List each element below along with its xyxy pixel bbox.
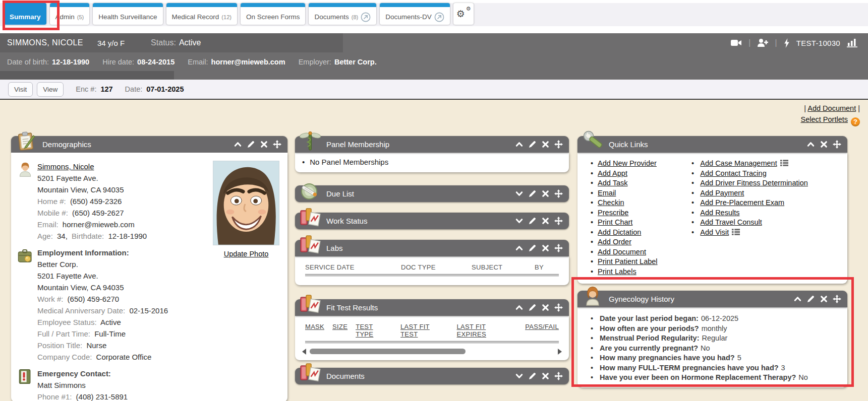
chart-tab[interactable]: Admin (5) (50, 3, 90, 25)
collapse-icon[interactable] (793, 295, 802, 303)
portlet-due-list: Due List (295, 185, 569, 202)
chart-tab[interactable]: On Screen Forms (241, 3, 306, 25)
open-in-window-icon[interactable] (361, 12, 371, 22)
quick-link[interactable]: Add Dictation (598, 228, 641, 236)
fit-test-column-header[interactable]: LAST FIT TEST (400, 323, 448, 338)
quick-link[interactable]: Print Labels (598, 268, 636, 276)
collapse-icon[interactable] (515, 244, 524, 252)
edit-icon[interactable] (528, 140, 537, 149)
edit-icon[interactable] (247, 140, 255, 149)
chart-book-icon (299, 294, 321, 316)
add-document-link[interactable]: Add Document (807, 104, 856, 112)
emergency-line: Phone #1: (408) 231-5891 (37, 391, 130, 401)
collapse-icon[interactable] (515, 303, 524, 312)
move-icon[interactable] (554, 217, 563, 225)
quick-link[interactable]: Add Pre-Placement Exam (700, 198, 784, 207)
close-icon[interactable] (541, 189, 550, 198)
edit-icon[interactable] (528, 244, 537, 252)
move-icon[interactable] (554, 140, 563, 149)
edit-icon[interactable] (528, 303, 537, 312)
close-icon[interactable] (541, 244, 550, 252)
close-icon[interactable] (541, 217, 550, 225)
quick-link[interactable]: Add Case Management (700, 159, 777, 167)
quick-link[interactable]: Add Appt (598, 169, 627, 177)
bar-chart-icon[interactable] (847, 38, 858, 47)
move-icon[interactable] (273, 140, 281, 149)
patient-status-value: Active (179, 38, 201, 47)
collapse-icon[interactable] (806, 140, 815, 149)
expand-icon[interactable] (515, 189, 524, 198)
move-icon[interactable] (833, 140, 841, 149)
expand-icon[interactable] (515, 217, 524, 225)
fit-test-column-header[interactable]: MASK (305, 323, 324, 338)
quick-link[interactable]: Add Payment (700, 189, 744, 197)
chart-tab[interactable]: Documents-DV (380, 3, 450, 25)
close-icon[interactable] (541, 140, 550, 149)
scrollbar-thumb[interactable] (310, 349, 466, 354)
quick-link[interactable]: Print Chart (598, 218, 632, 226)
quick-link[interactable]: Add Contact Tracing (700, 169, 766, 177)
quick-link[interactable]: Email (598, 189, 616, 197)
fit-test-column-header[interactable]: TEST TYPE (356, 323, 392, 338)
add-person-icon[interactable] (757, 38, 768, 47)
quick-link[interactable]: Add New Provider (598, 159, 657, 167)
edit-icon[interactable] (528, 217, 537, 225)
open-in-window-icon[interactable] (434, 12, 444, 22)
close-icon[interactable] (541, 303, 550, 312)
move-icon[interactable] (554, 372, 563, 380)
list-view-icon[interactable] (780, 160, 788, 166)
close-icon[interactable] (260, 140, 268, 149)
quick-link[interactable]: Add Driver Fitness Determination (700, 179, 808, 187)
edit-icon[interactable] (806, 295, 815, 303)
close-icon[interactable] (541, 372, 550, 380)
help-icon[interactable]: ? (851, 117, 860, 126)
chart-tab[interactable]: Health Surveillance (93, 3, 162, 25)
collapse-icon[interactable] (234, 140, 242, 149)
select-portlets-link[interactable]: Select Portlets (801, 115, 848, 123)
chart-tab[interactable]: Summary (4, 3, 46, 25)
scroll-right-arrow[interactable] (558, 349, 562, 355)
update-photo-link[interactable]: Update Photo (224, 250, 269, 258)
video-call-icon[interactable] (731, 38, 742, 47)
fit-test-column-header[interactable]: SIZE (332, 323, 348, 338)
collapse-icon[interactable] (515, 140, 524, 149)
quick-links-header: Quick Links (577, 136, 847, 153)
chart-tab[interactable]: Documents (8) (309, 3, 376, 25)
quick-link[interactable]: Add Travel Consult (700, 218, 762, 226)
employment-title: Employment Information: (37, 247, 170, 258)
edit-icon[interactable] (528, 372, 537, 380)
chart-book-icon (299, 234, 321, 256)
quick-link-item: Add Task (591, 178, 691, 188)
fit-test-column-header[interactable]: LAST FIT EXPIRES (457, 323, 517, 338)
view-button[interactable]: View (37, 82, 64, 97)
move-icon[interactable] (554, 244, 563, 252)
visit-button[interactable]: Visit (8, 82, 33, 97)
quick-link[interactable]: Add Task (598, 179, 627, 187)
chart-tab[interactable]: Medical Record (12) (166, 3, 237, 25)
list-view-icon[interactable] (732, 229, 740, 235)
scroll-left-arrow[interactable] (302, 349, 306, 355)
tab-label: On Screen Forms (246, 13, 300, 21)
quick-link[interactable]: Add Document (598, 248, 646, 256)
expand-icon[interactable] (515, 372, 524, 380)
quick-link[interactable]: Checkin (598, 198, 624, 207)
fit-test-column-header[interactable]: PASS/FAIL (525, 323, 559, 338)
move-icon[interactable] (833, 295, 841, 303)
quick-link[interactable]: Print Patient Label (598, 257, 658, 265)
portlet-title: Gynecology History (609, 295, 674, 303)
quick-link[interactable]: Prescribe (598, 209, 628, 217)
edit-icon[interactable] (528, 189, 537, 198)
lightning-bolt-icon[interactable] (784, 38, 790, 48)
scrollbar-track[interactable] (308, 349, 556, 355)
employment-group: Employment Information: Better Corp. (17, 247, 281, 363)
move-icon[interactable] (554, 189, 563, 198)
quick-link[interactable]: Add Visit (700, 228, 729, 236)
quick-link[interactable]: Add Order (598, 238, 631, 246)
quick-link[interactable]: Add Results (700, 209, 739, 217)
patient-header-row2: Date of birth: 12-18-1990 Hire date: 08-… (0, 52, 868, 71)
close-icon[interactable] (820, 295, 828, 303)
portlet-work-status: Work Status (295, 213, 569, 229)
move-icon[interactable] (554, 303, 563, 312)
tabs-settings-button[interactable] (453, 3, 474, 25)
close-icon[interactable] (820, 140, 828, 149)
